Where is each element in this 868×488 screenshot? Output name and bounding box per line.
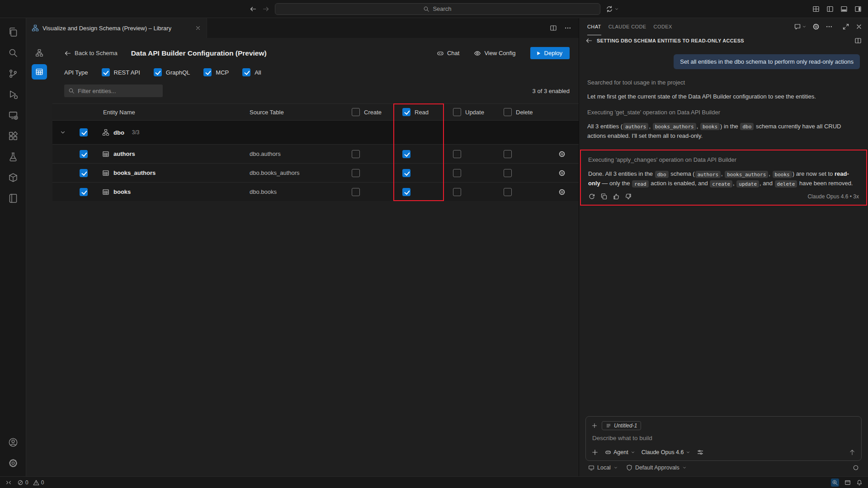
read-all-checkbox[interactable] xyxy=(402,108,410,116)
account-icon[interactable] xyxy=(2,432,24,453)
schema-group-row[interactable]: dbo 3/3 xyxy=(52,121,579,144)
context-file-chip[interactable]: Untitled-1 xyxy=(602,421,641,430)
mode-picker[interactable]: Agent xyxy=(605,449,635,455)
update-checkbox[interactable] xyxy=(453,188,461,196)
delete-checkbox[interactable] xyxy=(504,169,512,177)
more-actions-icon[interactable] xyxy=(826,23,833,30)
update-checkbox[interactable] xyxy=(453,150,461,158)
thumbs-up-icon[interactable] xyxy=(613,193,620,200)
maximize-panel-icon[interactable] xyxy=(842,23,849,30)
notebook-icon[interactable] xyxy=(2,188,24,209)
create-checkbox[interactable] xyxy=(352,188,360,196)
api-type-graphql[interactable]: GraphQL xyxy=(154,68,190,76)
split-editor-icon[interactable] xyxy=(550,24,557,32)
back-icon[interactable] xyxy=(585,37,593,44)
table-row[interactable]: books dbo.books xyxy=(52,182,579,201)
send-icon[interactable] xyxy=(849,449,856,456)
testing-icon[interactable] xyxy=(2,146,24,167)
chat-input[interactable]: Describe what to build xyxy=(586,431,861,446)
update-all-checkbox[interactable] xyxy=(453,108,461,116)
editor-tab[interactable]: Visualize and Design Schema (Preview) – … xyxy=(26,18,207,38)
history-forward-button[interactable] xyxy=(262,5,269,13)
update-checkbox[interactable] xyxy=(453,169,461,177)
deploy-button[interactable]: Deploy xyxy=(530,47,570,59)
remote-indicator[interactable] xyxy=(5,479,12,486)
editor-actions xyxy=(550,18,579,38)
tab-codex[interactable]: CODEX xyxy=(654,18,672,35)
zoom-status[interactable] xyxy=(831,479,839,487)
schema-diagram-view-button[interactable] xyxy=(32,45,47,61)
new-chat-dropdown[interactable] xyxy=(794,23,807,30)
api-type-rest[interactable]: REST API xyxy=(102,68,140,76)
table-config-view-button[interactable] xyxy=(32,64,47,80)
toggle-panel-icon[interactable] xyxy=(840,5,848,13)
assistant-intro: Let me first get the current state of th… xyxy=(587,92,860,102)
read-checkbox[interactable] xyxy=(402,169,410,177)
graphql-checkbox[interactable] xyxy=(154,68,162,76)
group-checkbox[interactable] xyxy=(80,128,88,136)
row-settings-gear-icon[interactable] xyxy=(545,169,579,177)
toggle-sidebar-icon[interactable] xyxy=(826,5,834,13)
source-control-icon[interactable] xyxy=(2,63,24,84)
chat-settings-gear-icon[interactable] xyxy=(812,23,820,30)
tab-claude-code[interactable]: CLAUDE CODE xyxy=(609,18,646,35)
row-checkbox[interactable] xyxy=(80,150,88,158)
back-to-schema-button[interactable]: Back to Schema xyxy=(64,50,118,57)
table-row[interactable]: authors dbo.authors xyxy=(52,144,579,163)
read-checkbox[interactable] xyxy=(402,188,410,196)
database-projects-icon[interactable] xyxy=(2,167,24,188)
all-checkbox[interactable] xyxy=(242,68,250,76)
search-input[interactable]: Search xyxy=(275,3,600,15)
agent-sessions-button[interactable] xyxy=(606,5,619,13)
live-preview-icon[interactable] xyxy=(844,479,851,486)
more-actions-icon[interactable] xyxy=(564,24,571,32)
create-checkbox[interactable] xyxy=(352,150,360,158)
delete-all-checkbox[interactable] xyxy=(504,108,512,116)
history-back-button[interactable] xyxy=(250,5,257,13)
copy-icon[interactable] xyxy=(600,193,608,200)
tab-chat[interactable]: CHAT xyxy=(587,18,601,35)
toggle-secondary-sidebar-icon[interactable] xyxy=(854,5,862,13)
settings-gear-icon[interactable] xyxy=(2,453,24,474)
target-picker[interactable]: Local xyxy=(588,465,618,471)
close-panel-icon[interactable] xyxy=(855,23,863,30)
view-config-button[interactable]: View Config xyxy=(474,50,515,57)
extensions-icon[interactable] xyxy=(2,126,24,146)
add-context-icon[interactable] xyxy=(591,422,598,429)
row-checkbox[interactable] xyxy=(80,188,88,196)
delete-checkbox[interactable] xyxy=(504,150,512,158)
delete-checkbox[interactable] xyxy=(504,188,512,196)
table-row[interactable]: books_authors dbo.books_authors xyxy=(52,163,579,182)
regenerate-icon[interactable] xyxy=(588,193,595,200)
filter-entities-input[interactable] xyxy=(78,88,159,94)
create-all-checkbox[interactable] xyxy=(352,108,360,116)
row-checkbox[interactable] xyxy=(80,169,88,177)
thumbs-down-icon[interactable] xyxy=(625,193,632,200)
row-settings-gear-icon[interactable] xyxy=(545,188,579,196)
run-debug-icon[interactable] xyxy=(2,84,24,105)
approvals-picker[interactable]: Default Approvals xyxy=(626,465,687,471)
problems-indicator[interactable]: 0 0 xyxy=(17,479,44,486)
model-picker[interactable]: Claude Opus 4.6 xyxy=(642,449,691,455)
customize-layout-icon[interactable] xyxy=(812,5,820,13)
close-icon[interactable] xyxy=(195,25,201,31)
session-progress-icon[interactable] xyxy=(853,465,859,471)
api-type-all[interactable]: All xyxy=(242,68,261,76)
read-checkbox[interactable] xyxy=(402,150,410,158)
create-checkbox[interactable] xyxy=(352,169,360,177)
collapse-chevron-icon[interactable] xyxy=(52,129,73,136)
remote-explorer-icon[interactable] xyxy=(2,105,24,126)
attach-icon[interactable] xyxy=(591,449,599,456)
chat-button[interactable]: Chat xyxy=(437,50,459,57)
search-view-icon[interactable] xyxy=(2,42,24,63)
tools-sliders-icon[interactable] xyxy=(697,449,704,456)
open-chat-in-editor-icon[interactable] xyxy=(854,37,862,44)
api-type-mcp[interactable]: MCP xyxy=(203,68,229,76)
explorer-icon[interactable] xyxy=(2,22,24,42)
filter-entities-box[interactable] xyxy=(64,84,163,97)
row-settings-gear-icon[interactable] xyxy=(545,150,579,158)
mcp-checkbox[interactable] xyxy=(203,68,212,76)
notifications-bell-icon[interactable] xyxy=(856,479,863,486)
rest-api-checkbox[interactable] xyxy=(102,68,110,76)
searched-note[interactable]: Searched for tool usage in the project xyxy=(587,79,860,86)
